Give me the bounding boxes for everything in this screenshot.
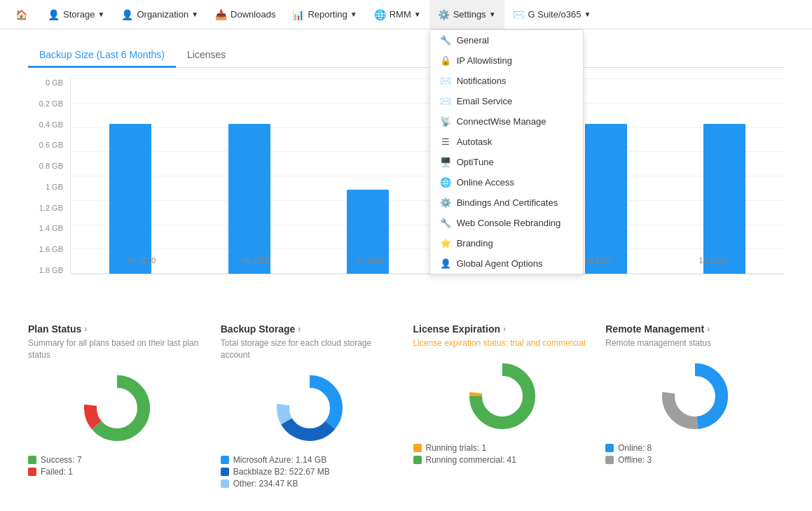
legend-azure: Microsoft Azure: 1.14 GB [221,455,399,465]
storage-icon: 👤 [48,9,60,20]
y-axis-label: 0 GB [28,78,67,87]
online-dot [605,444,614,452]
legend-other: Other: 234.47 KB [221,479,399,489]
legend-backblaze: Backblaze B2: 522.67 MB [221,467,399,477]
connectwise-icon: 📡 [440,116,451,127]
bar-chart: 1.8 GB1.6 GB1.4 GB1.2 GB1 GB0.8 GB0.6 GB… [28,78,784,295]
other-dot [221,479,229,488]
nav-reporting[interactable]: 📊 Reporting ▼ [284,0,365,29]
bindings-icon: ⚙️ [440,197,451,208]
dropdown-bindings[interactable]: ⚙️ Bindings And Certificates [430,192,583,213]
nav-downloads[interactable]: 📥 Downloads [207,0,284,29]
dropdown-ip-allowlisting[interactable]: 🔒 IP Allowlisting [430,50,583,71]
license-expiration-card: License Expiration › License expiration … [413,316,592,498]
legend-failed: Failed: 1 [28,467,207,477]
failed-dot [28,468,36,476]
autotask-icon: ☰ [440,136,451,147]
lock-icon: 🔒 [440,55,451,66]
stats-section: Plan Status › Summary for all plans base… [28,316,784,498]
commercial-dot [413,456,422,464]
svg-point-5 [476,370,529,423]
legend-offline: Offline: 3 [605,455,784,465]
x-axis-label: 06.2020 [199,256,313,274]
remote-management-donut [656,358,734,435]
rmm-icon: 🌐 [374,9,386,20]
tab-licenses[interactable]: Licenses [176,43,237,67]
general-icon: 🔧 [440,35,451,46]
plan-status-arrow: › [84,324,87,334]
y-axis-label: 1.8 GB [28,266,67,274]
y-axis-label: 1.2 GB [28,204,67,212]
legend-success: Success: 7 [28,455,207,465]
dropdown-notifications[interactable]: ✉️ Notifications [430,71,583,91]
bar-group [85,124,176,274]
main-content: Backup Size (Last 6 Months) Licenses 1.8… [0,29,812,511]
success-dot [28,456,36,464]
dropdown-branding[interactable]: ⭐ Branding [430,233,583,253]
remote-management-arrow: › [707,324,710,334]
dropdown-online-access[interactable]: 🌐 Online Access [430,172,583,192]
remote-management-legend: Online: 8 Offline: 3 [605,443,784,465]
y-axis-label: 0.8 GB [28,162,67,170]
license-expiration-desc: License expiration status: trial and com… [413,337,592,349]
reporting-icon: 📊 [292,9,304,20]
nav-settings[interactable]: ⚙️ Settings ▼ 🔧 General 🔒 IP Allowlistin… [429,0,504,29]
webconsole-icon: 🔧 [440,218,451,228]
y-axis-label: 0.6 GB [28,141,67,149]
email-icon: ✉️ [440,96,451,106]
y-axis-label: 1 GB [28,183,67,191]
legend-commercial: Running commercial: 41 [413,455,592,465]
bar-group [679,124,770,274]
x-axis-label: 05.2020 [85,256,199,274]
notifications-icon: ✉️ [440,76,451,86]
dropdown-autotask[interactable]: ☰ Autotask [430,132,583,152]
license-expiration-donut-container [413,358,592,435]
svg-point-0 [90,382,144,435]
bar [109,124,151,274]
plan-status-donut [78,370,156,447]
nav-gsuite[interactable]: ✉️ G Suite/o365 ▼ [504,0,600,29]
backup-storage-donut [271,370,348,447]
settings-caret: ▼ [489,10,496,18]
license-expiration-donut [464,358,541,435]
dropdown-connectwise[interactable]: 📡 ConnectWise Manage [430,111,583,132]
bar [585,124,627,274]
bar [228,124,270,274]
offline-dot [605,456,614,464]
backup-storage-title: Backup Storage › [221,323,399,335]
license-expiration-arrow: › [503,324,506,334]
bar [703,124,745,274]
online-access-icon: 🌐 [440,177,451,188]
branding-icon: ⭐ [440,238,451,248]
backup-storage-card: Backup Storage › Total storage size for … [221,316,399,498]
nav-storage[interactable]: 👤 Storage ▼ [39,0,113,29]
backup-storage-desc: Total storage size for each cloud storag… [221,337,399,361]
remote-management-desc: Remote management status [605,337,784,349]
x-axis-label: 10.2020 [656,256,770,274]
reporting-caret: ▼ [350,10,357,18]
plan-status-title: Plan Status › [28,323,207,335]
plan-status-card: Plan Status › Summary for all plans base… [28,316,207,498]
dropdown-optitune[interactable]: 🖥️ OptiTune [430,152,583,172]
y-axis-label: 1.6 GB [28,245,67,253]
dropdown-general[interactable]: 🔧 General [430,30,583,50]
nav-home[interactable]: 🏠 [7,0,39,29]
storage-caret: ▼ [98,10,105,18]
dropdown-email-service[interactable]: ✉️ Email Service [430,91,583,111]
dropdown-global-agent[interactable]: 👤 Global Agent Options [430,253,583,274]
nav-organization[interactable]: 👤 Organization ▼ [113,0,207,29]
plan-status-legend: Success: 7 Failed: 1 [28,455,207,477]
backup-storage-arrow: › [298,324,301,334]
tab-backup-size[interactable]: Backup Size (Last 6 Months) [28,43,176,68]
backup-storage-legend: Microsoft Azure: 1.14 GB Backblaze B2: 5… [221,455,399,489]
x-axis-label: 07.2020 [313,256,427,274]
chart-section: Backup Size (Last 6 Months) Licenses 1.8… [28,43,784,295]
remote-management-card: Remote Management › Remote management st… [605,316,784,498]
rmm-caret: ▼ [414,10,421,18]
gsuite-caret: ▼ [584,10,591,18]
nav-rmm[interactable]: 🌐 RMM ▼ [366,0,429,29]
y-axis-label: 1.4 GB [28,224,67,232]
dropdown-web-console[interactable]: 🔧 Web Console Rebranding [430,213,583,233]
optitune-icon: 🖥️ [440,157,451,167]
legend-trials: Running trials: 1 [413,443,592,453]
